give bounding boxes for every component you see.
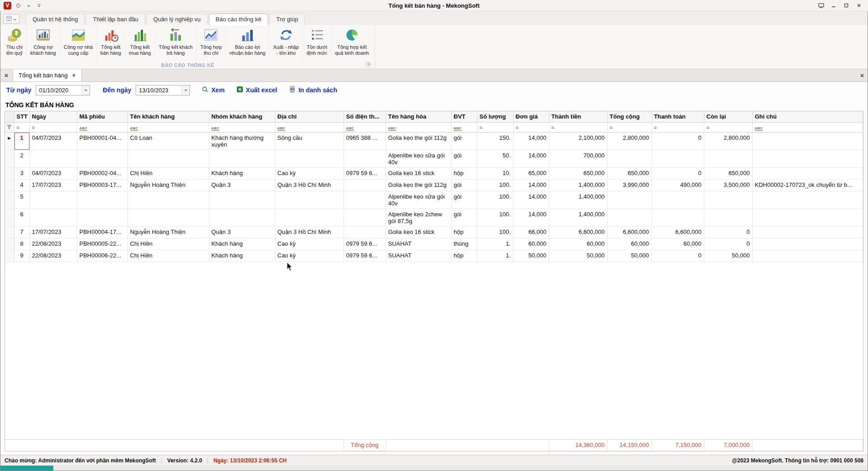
cell-stt[interactable]: 7 [14,226,29,238]
close-icon[interactable] [855,2,863,9]
qat-customize-icon[interactable] [35,2,42,9]
table-row[interactable]: 304/07/2023PBH00002-04...Chị HiềnKhách h… [5,167,863,179]
cell-nhom-khach-hang[interactable]: Quận 3 [209,179,275,191]
cell-ghi-chu[interactable] [752,226,863,238]
cell-ten-hang-hoa[interactable]: Golia kẹo 16 stick [386,167,451,179]
cell-thanh-toan[interactable] [651,150,704,167]
column-header-ten-khach-hang[interactable]: Tên khách hàng [127,111,209,122]
column-header-so-luong[interactable]: Số lượng [477,111,513,122]
close-icon[interactable] [72,72,76,79]
cell-ten-hang-hoa[interactable]: Alpenlibe kẹo sữa gói 40v [386,191,451,209]
ribbon-tab-5[interactable]: Trợ giúp [269,14,305,25]
cell-ghi-chu[interactable] [752,238,863,250]
cell-nhom-khach-hang[interactable]: Khách hàng [209,167,275,179]
cell-tong-cong[interactable]: 60,000 [607,238,651,250]
column-header-dvt[interactable]: ĐVT [451,111,477,122]
cell-tong-cong[interactable]: 6,600,000 [607,226,651,238]
cell-ten-khach-hang[interactable]: Chị Hiền [127,238,209,250]
cell-dvt[interactable]: gói [451,132,477,150]
cell-thanh-toan[interactable]: 60,000 [651,238,704,250]
cell-thanh-toan[interactable]: 0 [651,250,704,262]
cell-so-luong[interactable]: 100. [477,226,513,238]
cell-don-gia[interactable]: 50,000 [513,250,549,262]
minimize-icon[interactable] [830,2,837,9]
cell-thanh-tien[interactable]: 650,000 [549,167,607,179]
cell-don-gia[interactable]: 14,000 [513,209,549,226]
cell-ten-khach-hang[interactable]: Nguyễn Hoàng Thiện [127,179,209,191]
table-row[interactable]: 5Alpenlibe kẹo sữa gói 40vgói100.14,0001… [5,191,863,209]
cell-nhom-khach-hang[interactable]: Quận 3 [209,226,275,238]
cell-ngay[interactable] [29,209,77,226]
cell-thanh-toan[interactable]: 0 [651,167,704,179]
cell-don-gia[interactable]: 60,000 [513,238,549,250]
cell-con-lai[interactable] [704,191,752,209]
cell-thanh-tien[interactable]: 50,000 [549,250,607,262]
cell-dia-chi[interactable]: Quận 3 Hồ Chí Minh [275,226,344,238]
cell-thanh-tien[interactable]: 1,400,000 [549,191,607,209]
cell-tong-cong[interactable] [607,191,651,209]
ribbon-button-list[interactable]: Tồn dướiđịnh mức [303,26,331,61]
cell-tong-cong[interactable] [607,150,651,167]
cell-ten-khach-hang[interactable]: Chị Hiền [127,167,209,179]
ribbon-button-chart-frame[interactable]: Công nợkhách hàng [27,26,60,61]
cell-thanh-tien[interactable]: 6,600,000 [549,226,607,238]
cell-con-lai[interactable]: 650,000 [704,167,752,179]
cell-don-gia[interactable]: 14,000 [513,150,549,167]
filter-cell-thanh-toan[interactable]: = [651,122,704,132]
ribbon-button-bars-return[interactable]: Tổng kết kháchtrả hàng [155,26,197,61]
filter-cell-stt[interactable]: = [14,122,29,132]
cell-con-lai[interactable] [704,150,752,167]
chevron-down-icon[interactable] [81,86,90,95]
cell-dia-chi[interactable]: Cao kỳ [275,238,344,250]
cell-tong-cong[interactable]: 3,990,000 [607,179,651,191]
cell-ngay[interactable]: 22/08/2023 [29,250,77,262]
table-row[interactable]: 2Alpenlibe kẹo sữa gói 40vgói50.14,00070… [5,150,863,167]
cell-dvt[interactable]: thùng [451,238,477,250]
cell-don-gia[interactable]: 65,000 [513,167,549,179]
table-row[interactable]: 922/08/2023PBH00006-22...Chị HiềnKhách h… [5,250,863,262]
table-row[interactable]: ▶104/07/2023PBH00001-04...Cô LoanKhách h… [5,132,863,150]
cell-con-lai[interactable]: 2,800,000 [704,132,752,150]
cell-so-dien-thoai[interactable] [344,226,386,238]
filter-cell-con-lai[interactable]: = [704,122,752,132]
cell-ten-hang-hoa[interactable]: SUAHAT [386,238,451,250]
ribbon-tab-4[interactable]: Báo cáo thống kê [209,14,268,25]
cell-stt[interactable]: 1 [14,132,29,150]
cell-ngay[interactable]: 04/07/2023 [29,132,77,150]
cell-stt[interactable]: 3 [14,167,29,179]
filter-cell-ten-hang-hoa[interactable]: ABC [386,122,451,132]
application-menu-button[interactable] [4,14,19,24]
ribbon-button-cycle-arrows[interactable]: Xuất - nhập- tồn kho [269,26,303,61]
cell-con-lai[interactable]: 0 [704,238,752,250]
filter-cell-so-dien-thoai[interactable]: ABC [344,122,386,132]
cell-thanh-toan[interactable] [651,209,704,226]
column-header-ten-hang-hoa[interactable]: Tên hàng hóa [386,111,451,122]
cell-ghi-chu[interactable] [752,250,863,262]
filter-cell-so-luong[interactable]: = [477,122,513,132]
filter-cell-dia-chi[interactable]: ABC [275,122,344,132]
cell-stt[interactable]: 4 [14,179,29,191]
filter-cell-ngay[interactable]: = [29,122,77,132]
ribbon-button-coins[interactable]: Thu chitồn quỹ [3,26,27,61]
cell-nhom-khach-hang[interactable] [209,150,275,167]
cell-con-lai[interactable]: 0 [704,226,752,238]
cell-ghi-chu[interactable] [752,150,863,167]
ribbon-tab-3[interactable]: Quản lý nghiệp vụ [146,14,208,25]
document-tab-tong-ket-ban-hang[interactable]: Tổng kết bán hàng [13,69,82,81]
cell-ma-phieu[interactable]: PBH00002-04... [77,167,127,179]
cell-thanh-tien[interactable]: 60,000 [549,238,607,250]
cell-ngay[interactable]: 17/07/2023 [29,226,77,238]
fit-screen-icon[interactable] [817,2,825,9]
close-icon[interactable] [856,69,868,81]
cell-ngay[interactable]: 22/08/2023 [29,238,77,250]
cell-so-dien-thoai[interactable]: 0979 59 6... [344,238,386,250]
cell-so-dien-thoai[interactable]: 0979 59 6... [344,167,386,179]
cell-ten-hang-hoa[interactable]: Golia kẹo the gói 112g [386,179,451,191]
column-header-con-lai[interactable]: Còn lại [704,111,752,122]
cell-don-gia[interactable]: 14,000 [513,191,549,209]
cell-ngay[interactable] [29,150,77,167]
cell-stt[interactable]: 8 [14,238,29,250]
cell-nhom-khach-hang[interactable]: Khách hàng [209,250,275,262]
column-header-tong-cong[interactable]: Tổng cộng [607,111,651,122]
column-header-ghi-chu[interactable]: Ghi chú [752,111,863,122]
